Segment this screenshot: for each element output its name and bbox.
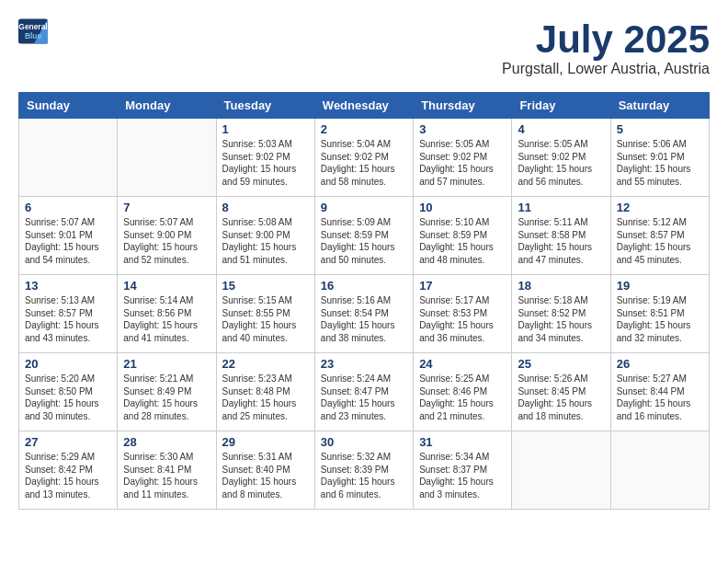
day-number: 4: [518, 122, 604, 136]
cell-info: Sunrise: 5:05 AM Sunset: 9:02 PM Dayligh…: [419, 138, 506, 188]
calendar-table: SundayMondayTuesdayWednesdayThursdayFrid…: [18, 92, 710, 510]
cell-info: Sunrise: 5:12 AM Sunset: 8:57 PM Dayligh…: [617, 216, 703, 266]
day-number: 2: [321, 122, 407, 136]
cell-info: Sunrise: 5:31 AM Sunset: 8:40 PM Dayligh…: [222, 451, 309, 500]
calendar-cell: 17Sunrise: 5:17 AM Sunset: 8:53 PM Dayli…: [414, 275, 512, 353]
day-number: 9: [321, 201, 407, 214]
calendar-week-row: 13Sunrise: 5:13 AM Sunset: 8:57 PM Dayli…: [19, 275, 710, 353]
calendar-cell: 23Sunrise: 5:24 AM Sunset: 8:47 PM Dayli…: [314, 353, 413, 431]
calendar-cell: 1Sunrise: 5:03 AM Sunset: 9:02 PM Daylig…: [216, 119, 314, 197]
day-number: 21: [123, 357, 210, 371]
calendar-cell: 7Sunrise: 5:07 AM Sunset: 9:00 PM Daylig…: [118, 197, 216, 275]
cell-info: Sunrise: 5:11 AM Sunset: 8:58 PM Dayligh…: [518, 216, 604, 266]
day-number: 10: [419, 201, 506, 214]
calendar-cell: 26Sunrise: 5:27 AM Sunset: 8:44 PM Dayli…: [610, 353, 709, 431]
day-number: 3: [419, 122, 506, 136]
weekday-header-saturday: Saturday: [610, 93, 709, 119]
calendar-cell: 14Sunrise: 5:14 AM Sunset: 8:56 PM Dayli…: [118, 275, 216, 353]
page-header: General Blue July 2025 Purgstall, Lower …: [18, 18, 710, 77]
calendar-cell: 11Sunrise: 5:11 AM Sunset: 8:58 PM Dayli…: [512, 197, 610, 275]
day-number: 8: [222, 201, 309, 214]
calendar-cell: 18Sunrise: 5:18 AM Sunset: 8:52 PM Dayli…: [512, 275, 610, 353]
cell-info: Sunrise: 5:19 AM Sunset: 8:51 PM Dayligh…: [617, 294, 703, 344]
day-number: 13: [25, 279, 111, 293]
day-number: 22: [222, 357, 309, 371]
day-number: 23: [321, 357, 407, 371]
day-number: 29: [222, 435, 309, 449]
weekday-header-sunday: Sunday: [19, 93, 118, 119]
weekday-header-tuesday: Tuesday: [216, 93, 314, 119]
title-block: July 2025 Purgstall, Lower Austria, Aust…: [502, 18, 710, 77]
day-number: 19: [617, 279, 703, 293]
cell-info: Sunrise: 5:07 AM Sunset: 9:01 PM Dayligh…: [25, 216, 111, 266]
calendar-cell: 13Sunrise: 5:13 AM Sunset: 8:57 PM Dayli…: [19, 275, 118, 353]
calendar-cell: 3Sunrise: 5:05 AM Sunset: 9:02 PM Daylig…: [414, 119, 512, 197]
cell-info: Sunrise: 5:15 AM Sunset: 8:55 PM Dayligh…: [222, 294, 309, 344]
logo-icon: General Blue: [18, 18, 48, 44]
calendar-cell: 4Sunrise: 5:05 AM Sunset: 9:02 PM Daylig…: [512, 119, 610, 197]
day-number: 25: [518, 357, 604, 371]
calendar-cell: 5Sunrise: 5:06 AM Sunset: 9:01 PM Daylig…: [610, 119, 709, 197]
calendar-cell: [19, 119, 118, 197]
calendar-week-row: 20Sunrise: 5:20 AM Sunset: 8:50 PM Dayli…: [19, 353, 710, 431]
calendar-cell: 30Sunrise: 5:32 AM Sunset: 8:39 PM Dayli…: [314, 431, 413, 510]
cell-info: Sunrise: 5:13 AM Sunset: 8:57 PM Dayligh…: [25, 294, 111, 344]
day-number: 31: [419, 435, 506, 449]
cell-info: Sunrise: 5:09 AM Sunset: 8:59 PM Dayligh…: [321, 216, 407, 266]
day-number: 26: [617, 357, 703, 371]
cell-info: Sunrise: 5:23 AM Sunset: 8:48 PM Dayligh…: [222, 373, 309, 422]
calendar-cell: 29Sunrise: 5:31 AM Sunset: 8:40 PM Dayli…: [216, 431, 314, 510]
cell-info: Sunrise: 5:05 AM Sunset: 9:02 PM Dayligh…: [518, 138, 604, 188]
calendar-cell: 2Sunrise: 5:04 AM Sunset: 9:02 PM Daylig…: [314, 119, 413, 197]
calendar-cell: [610, 431, 709, 510]
calendar-cell: 12Sunrise: 5:12 AM Sunset: 8:57 PM Dayli…: [610, 197, 709, 275]
cell-info: Sunrise: 5:24 AM Sunset: 8:47 PM Dayligh…: [321, 373, 407, 422]
cell-info: Sunrise: 5:34 AM Sunset: 8:37 PM Dayligh…: [419, 451, 506, 500]
day-number: 28: [123, 435, 210, 449]
day-number: 6: [25, 201, 111, 214]
calendar-cell: 25Sunrise: 5:26 AM Sunset: 8:45 PM Dayli…: [512, 353, 610, 431]
calendar-week-row: 6Sunrise: 5:07 AM Sunset: 9:01 PM Daylig…: [19, 197, 710, 275]
day-number: 7: [123, 201, 210, 214]
weekday-header-friday: Friday: [512, 93, 610, 119]
day-number: 17: [419, 279, 506, 293]
cell-info: Sunrise: 5:29 AM Sunset: 8:42 PM Dayligh…: [25, 451, 111, 500]
calendar-cell: 8Sunrise: 5:08 AM Sunset: 9:00 PM Daylig…: [216, 197, 314, 275]
calendar-cell: 31Sunrise: 5:34 AM Sunset: 8:37 PM Dayli…: [414, 431, 512, 510]
calendar-cell: 22Sunrise: 5:23 AM Sunset: 8:48 PM Dayli…: [216, 353, 314, 431]
calendar-cell: 15Sunrise: 5:15 AM Sunset: 8:55 PM Dayli…: [216, 275, 314, 353]
day-number: 24: [419, 357, 506, 371]
day-number: 18: [518, 279, 604, 293]
cell-info: Sunrise: 5:20 AM Sunset: 8:50 PM Dayligh…: [25, 373, 111, 422]
cell-info: Sunrise: 5:06 AM Sunset: 9:01 PM Dayligh…: [617, 138, 703, 188]
svg-text:General: General: [18, 22, 47, 31]
cell-info: Sunrise: 5:30 AM Sunset: 8:41 PM Dayligh…: [123, 451, 210, 500]
cell-info: Sunrise: 5:26 AM Sunset: 8:45 PM Dayligh…: [518, 373, 604, 422]
weekday-header-thursday: Thursday: [414, 93, 512, 119]
svg-text:Blue: Blue: [25, 31, 42, 40]
calendar-cell: 19Sunrise: 5:19 AM Sunset: 8:51 PM Dayli…: [610, 275, 709, 353]
day-number: 27: [25, 435, 111, 449]
calendar-cell: [118, 119, 216, 197]
day-number: 14: [123, 279, 210, 293]
cell-info: Sunrise: 5:08 AM Sunset: 9:00 PM Dayligh…: [222, 216, 309, 266]
day-number: 12: [617, 201, 703, 214]
cell-info: Sunrise: 5:16 AM Sunset: 8:54 PM Dayligh…: [321, 294, 407, 344]
day-number: 11: [518, 201, 604, 214]
cell-info: Sunrise: 5:32 AM Sunset: 8:39 PM Dayligh…: [321, 451, 407, 500]
calendar-week-row: 27Sunrise: 5:29 AM Sunset: 8:42 PM Dayli…: [19, 431, 710, 510]
day-number: 5: [617, 122, 703, 136]
calendar-cell: 21Sunrise: 5:21 AM Sunset: 8:49 PM Dayli…: [118, 353, 216, 431]
day-number: 16: [321, 279, 407, 293]
cell-info: Sunrise: 5:10 AM Sunset: 8:59 PM Dayligh…: [419, 216, 506, 266]
weekday-header-wednesday: Wednesday: [314, 93, 413, 119]
weekday-header-row: SundayMondayTuesdayWednesdayThursdayFrid…: [19, 93, 710, 119]
cell-info: Sunrise: 5:18 AM Sunset: 8:52 PM Dayligh…: [518, 294, 604, 344]
day-number: 1: [222, 122, 309, 136]
day-number: 30: [321, 435, 407, 449]
weekday-header-monday: Monday: [118, 93, 216, 119]
cell-info: Sunrise: 5:14 AM Sunset: 8:56 PM Dayligh…: [123, 294, 210, 344]
calendar-cell: 9Sunrise: 5:09 AM Sunset: 8:59 PM Daylig…: [314, 197, 413, 275]
cell-info: Sunrise: 5:27 AM Sunset: 8:44 PM Dayligh…: [617, 373, 703, 422]
calendar-cell: 24Sunrise: 5:25 AM Sunset: 8:46 PM Dayli…: [414, 353, 512, 431]
